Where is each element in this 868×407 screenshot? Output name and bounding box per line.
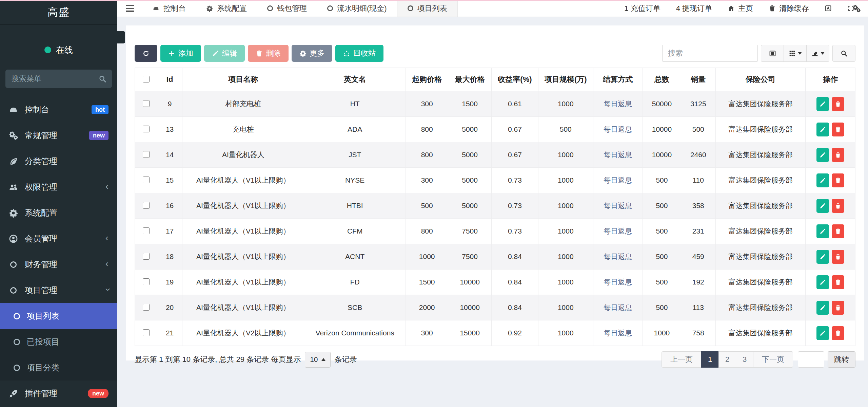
row-delete-button[interactable] — [832, 326, 844, 340]
cell-name: AI量化机器人（V1以上限购） — [182, 244, 304, 270]
refresh-icon — [142, 50, 150, 57]
row-delete-button[interactable] — [832, 275, 844, 289]
refresh-button[interactable] — [135, 45, 157, 62]
menu-toggle-icon[interactable] — [117, 0, 142, 17]
tab-cash-flow[interactable]: 流水明细(现金) — [317, 0, 397, 17]
page-size-dropdown[interactable]: 10 — [305, 352, 330, 368]
cell-rate: 0.67 — [491, 142, 538, 168]
recharge-orders-link[interactable]: 1 充值订单 — [624, 3, 660, 14]
more-button[interactable]: 更多 — [292, 45, 332, 62]
language-button[interactable] — [825, 5, 832, 12]
row-checkbox[interactable] — [143, 177, 150, 183]
row-edit-button[interactable] — [816, 275, 829, 289]
jump-button[interactable]: 跳转 — [828, 351, 855, 368]
row-edit-button[interactable] — [816, 224, 829, 238]
next-page-button[interactable]: 下一页 — [753, 351, 793, 368]
row-actions-cell — [806, 295, 855, 320]
row-checkbox-cell — [135, 117, 157, 142]
jump-page-input[interactable] — [798, 351, 824, 368]
cell-insurer: 富达集团保险服务部 — [715, 219, 806, 244]
edit-button[interactable]: 编辑 — [204, 45, 245, 62]
cell-rate: 0.67 — [491, 117, 538, 142]
sidebar-item-console[interactable]: 控制台 hot — [0, 97, 117, 123]
online-dot — [44, 47, 51, 53]
row-checkbox[interactable] — [143, 151, 150, 158]
tab-wallet[interactable]: 钱包管理 — [257, 0, 317, 17]
row-checkbox[interactable] — [143, 253, 150, 260]
row-delete-button[interactable] — [832, 301, 844, 315]
search-button[interactable] — [832, 45, 855, 62]
sidebar-search-input[interactable] — [5, 70, 112, 88]
row-checkbox[interactable] — [143, 329, 150, 336]
trash-icon — [835, 279, 841, 285]
row-edit-button[interactable] — [816, 97, 829, 111]
circle-icon — [14, 365, 20, 371]
row-edit-button[interactable] — [816, 326, 829, 340]
topbar-tabs: 控制台 系统配置 钱包管理 流水明细(现金) 项目列表 — [142, 0, 458, 17]
select-all-checkbox[interactable] — [143, 76, 150, 82]
cell-insurer: 富达集团保险服务部 — [715, 142, 806, 168]
sidebar-item-invested-projects[interactable]: 已投项目 — [0, 329, 117, 355]
row-checkbox[interactable] — [143, 278, 150, 285]
row-edit-button[interactable] — [816, 148, 829, 162]
trash-icon — [835, 304, 841, 311]
columns-button[interactable] — [784, 45, 807, 62]
clear-cache-link[interactable]: 清除缓存 — [769, 3, 809, 14]
withdraw-orders-link[interactable]: 4 提现订单 — [676, 3, 712, 14]
tab-label: 系统配置 — [217, 3, 247, 14]
row-edit-button[interactable] — [816, 199, 829, 213]
row-edit-button[interactable] — [816, 173, 829, 187]
cell-en: ACNT — [304, 244, 406, 270]
cell-name: AI量化机器人（V1以上限购） — [182, 270, 304, 295]
row-edit-button[interactable] — [816, 250, 829, 264]
sidebar-item-projects[interactable]: 项目管理 ‹ — [0, 277, 117, 303]
row-delete-button[interactable] — [832, 250, 844, 264]
row-delete-button[interactable] — [832, 224, 844, 238]
row-checkbox[interactable] — [143, 304, 150, 311]
table-search-input[interactable] — [662, 45, 758, 62]
sidebar-item-plugins[interactable]: 插件管理 new — [0, 381, 117, 406]
row-edit-button[interactable] — [816, 301, 829, 315]
row-checkbox[interactable] — [143, 100, 150, 107]
sidebar-item-members[interactable]: 会员管理 ‹ — [0, 226, 117, 252]
sidebar-toggle-notch[interactable] — [117, 31, 125, 43]
row-delete-button[interactable] — [832, 173, 844, 187]
page-button-3[interactable]: 3 — [736, 351, 753, 368]
row-delete-button[interactable] — [832, 199, 844, 213]
row-delete-button[interactable] — [832, 123, 844, 136]
row-edit-button[interactable] — [816, 123, 829, 136]
row-checkbox[interactable] — [143, 202, 150, 209]
page-button-1[interactable]: 1 — [701, 351, 719, 368]
delete-button[interactable]: 删除 — [248, 45, 289, 62]
tab-project-list[interactable]: 项目列表 — [397, 0, 458, 17]
row-delete-button[interactable] — [832, 148, 844, 162]
detail-view-button[interactable] — [761, 45, 784, 62]
export-button[interactable] — [806, 45, 829, 62]
sidebar-item-finance[interactable]: 财务管理 ‹ — [0, 252, 117, 277]
gear-icon — [9, 208, 18, 218]
page-button-2[interactable]: 2 — [718, 351, 736, 368]
sidebar-item-project-category[interactable]: 项目分类 — [0, 355, 117, 381]
sidebar-item-system-config[interactable]: 系统配置 — [0, 200, 117, 226]
sidebar-item-category[interactable]: 分类管理 — [0, 148, 117, 174]
row-checkbox[interactable] — [143, 227, 150, 234]
tab-system-config[interactable]: 系统配置 — [196, 0, 257, 17]
home-link[interactable]: 主页 — [728, 3, 753, 14]
prev-page-button[interactable]: 上一页 — [662, 351, 702, 368]
header-english-name: 英文名 — [304, 68, 406, 91]
header-total: 总数 — [643, 68, 681, 91]
cell-en: HTBI — [304, 193, 406, 219]
add-button[interactable]: 添加 — [160, 45, 201, 62]
row-checkbox[interactable] — [143, 126, 150, 132]
new-badge: new — [88, 389, 108, 398]
cell-rate: 0.73 — [491, 168, 538, 193]
settings-button[interactable] — [852, 0, 861, 17]
topbar-right: 1 充值订单 4 提现订单 主页 清除缓存 — [624, 0, 868, 17]
sidebar-item-project-list[interactable]: 项目列表 — [0, 303, 117, 329]
sidebar-item-permission[interactable]: 权限管理 ‹ — [0, 174, 117, 200]
tab-console[interactable]: 控制台 — [142, 0, 196, 17]
language-icon — [825, 5, 832, 12]
recycle-bin-button[interactable]: 回收站 — [335, 45, 383, 62]
row-delete-button[interactable] — [832, 97, 844, 111]
sidebar-item-general[interactable]: 常规管理 new — [0, 123, 117, 148]
